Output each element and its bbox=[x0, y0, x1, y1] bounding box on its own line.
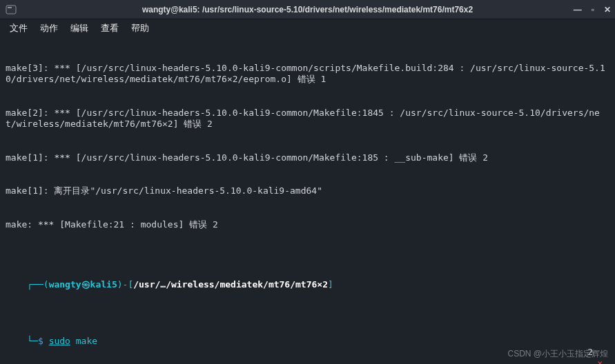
prompt-path: /usr/…/wireless/mediatek/mt76/mt76×2 bbox=[133, 279, 328, 290]
menu-view[interactable]: 查看 bbox=[101, 22, 119, 34]
app-icon bbox=[6, 4, 17, 15]
maximize-button[interactable]: ▫ bbox=[592, 5, 594, 14]
error-line: make[2]: *** [/usr/src/linux-headers-5.1… bbox=[6, 108, 609, 130]
cmd-make: make bbox=[70, 336, 97, 346]
menubar: 文件 动作 编辑 查看 帮助 bbox=[0, 19, 615, 37]
minimize-button[interactable]: — bbox=[574, 5, 582, 14]
prompt-host: kali5 bbox=[90, 279, 117, 290]
window-controls: — ▫ ✕ bbox=[574, 5, 611, 14]
window-title: wangty@kali5: /usr/src/linux-source-5.10… bbox=[142, 5, 473, 14]
close-button[interactable]: ✕ bbox=[604, 5, 611, 14]
menu-file[interactable]: 文件 bbox=[10, 22, 28, 34]
svg-rect-0 bbox=[6, 6, 16, 14]
prompt-decor: ┌──( bbox=[27, 279, 48, 290]
prompt-decor: ] bbox=[328, 279, 333, 290]
error-line: make[1]: *** [/usr/src/linux-headers-5.1… bbox=[6, 152, 609, 163]
prompt-user: wangty bbox=[49, 279, 81, 290]
svg-rect-1 bbox=[8, 7, 12, 8]
prompt-symbol: $ bbox=[38, 336, 43, 346]
prompt-decor: └─ bbox=[27, 336, 38, 346]
prompt-at-icon: ㉿ bbox=[81, 279, 90, 290]
error-line: make[3]: *** [/usr/src/linux-headers-5.1… bbox=[6, 63, 609, 85]
prompt-line-1: ┌──(wangty㉿kali5)-[/usr/…/wireless/media… bbox=[6, 268, 609, 302]
watermark-text: CSDN @小王小玉指定辉煌 bbox=[507, 348, 608, 360]
cmd-sudo: sudo bbox=[49, 336, 70, 346]
leave-dir-line: make[1]: 离开目录"/usr/src/linux-headers-5.1… bbox=[6, 185, 609, 196]
terminal-output[interactable]: make[3]: *** [/usr/src/linux-headers-5.1… bbox=[0, 37, 615, 364]
error-line: make: *** [Makefile:21 : modules] 错误 2 bbox=[6, 219, 609, 230]
window-titlebar: wangty@kali5: /usr/src/linux-source-5.10… bbox=[0, 0, 615, 19]
prompt-decor: )-[ bbox=[117, 279, 133, 290]
menu-help[interactable]: 帮助 bbox=[131, 22, 149, 34]
menu-actions[interactable]: 动作 bbox=[40, 22, 58, 34]
menu-edit[interactable]: 编辑 bbox=[70, 22, 88, 34]
